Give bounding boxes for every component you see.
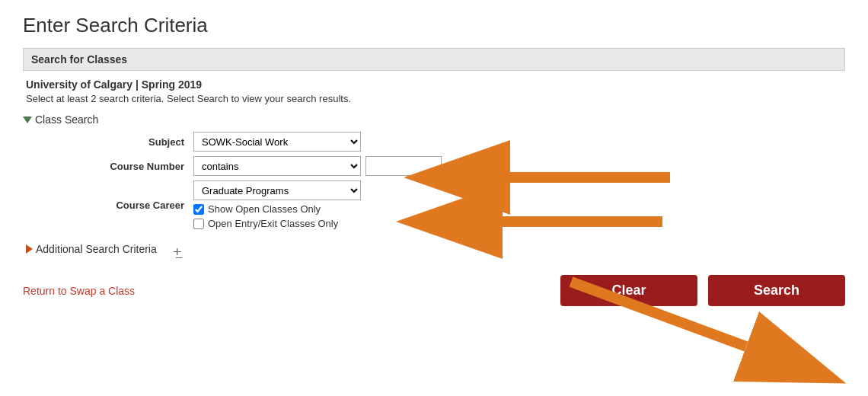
open-entry-exit-text: Open Entry/Exit Classes Only [208,218,338,229]
course-number-control-row: contains is equal to greater than less t… [193,156,845,176]
clear-button[interactable]: Clear [560,275,697,306]
instructions-text: Select at least 2 search criteria. Selec… [26,93,845,104]
additional-criteria-row: Additional Search Criteria +̲ [26,237,845,263]
additional-criteria-label: Additional Search Criteria [36,243,157,255]
open-entry-exit-label[interactable]: Open Entry/Exit Classes Only [193,218,845,229]
action-buttons: Clear Search [560,275,845,306]
class-search-form: Subject SOWK-Social Work ACCT-Accounting… [38,132,845,229]
course-number-label: Course Number [38,161,190,172]
collapse-icon [23,117,32,123]
show-open-classes-text: Show Open Classes Only [208,203,321,215]
university-info: University of Calgary | Spring 2019 [26,78,845,91]
subject-select[interactable]: SOWK-Social Work ACCT-Accounting BIOL-Bi… [193,132,361,152]
crosshair-icon: +̲ [172,244,182,258]
class-search-toggle[interactable]: Class Search [23,113,845,126]
course-career-select[interactable]: Graduate Programs Undergraduate Continui… [193,180,361,200]
page-title: Enter Search Criteria [23,14,845,37]
additional-criteria-toggle[interactable]: Additional Search Criteria [26,243,157,255]
subject-label: Subject [38,136,190,148]
expand-icon [26,244,33,254]
show-open-classes-label[interactable]: Show Open Classes Only [193,203,845,215]
class-search-section: Class Search Subject SOWK-Social Work AC… [23,113,845,229]
course-number-input[interactable] [365,156,442,176]
subject-control-row: SOWK-Social Work ACCT-Accounting BIOL-Bi… [193,132,845,152]
course-career-label: Course Career [38,200,190,211]
return-to-swap-link[interactable]: Return to Swap a Class [23,285,135,297]
bottom-bar: Return to Swap a Class Clear Search [23,275,845,306]
search-button[interactable]: Search [708,275,845,306]
section-header: Search for Classes [23,48,845,71]
checkbox-group: Show Open Classes Only Open Entry/Exit C… [193,203,845,229]
open-entry-exit-checkbox[interactable] [193,219,204,229]
career-select-row: Graduate Programs Undergraduate Continui… [193,180,845,200]
course-number-operator-select[interactable]: contains is equal to greater than less t… [193,156,361,176]
class-search-label: Class Search [35,113,98,126]
course-career-control-col: Graduate Programs Undergraduate Continui… [193,180,845,229]
show-open-classes-checkbox[interactable] [193,204,204,215]
